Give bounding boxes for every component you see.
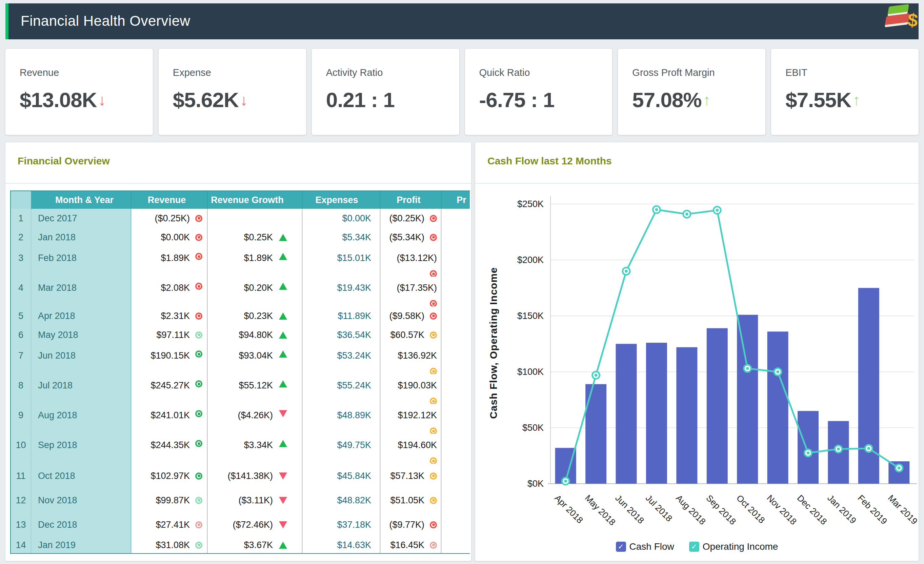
legend-item-operating-income[interactable]: ✓Operating Income [689, 541, 778, 552]
expenses-cell: $48.82K [302, 488, 380, 513]
bar-feb-2019[interactable] [858, 288, 879, 484]
revenue-growth-cell: $3.67K [207, 537, 302, 553]
table-row-oct-2018[interactable]: 11Oct 2018$102.97K($141.38K)$45.84K$57.1… [11, 464, 470, 488]
status-dot-red-icon [195, 234, 202, 241]
table-row-jun-2018[interactable]: 7Jun 2018$190.15K$93.04K$53.24K$136.92K [11, 344, 470, 374]
legend-checkbox-icon[interactable]: ✓ [689, 542, 699, 552]
status-dot-red-icon [430, 300, 437, 306]
financial-overview-title: Financial Overview [5, 142, 471, 183]
line-marker-jun-2018[interactable] [622, 267, 631, 276]
kpi-card-quick-ratio[interactable]: Quick Ratio-6.75 : 1 [465, 49, 612, 135]
growth-up-triangle-icon [279, 253, 287, 260]
table-row-aug-2018[interactable]: 9Aug 2018$241.01K($4.26K)$48.89K$192.12K [11, 404, 470, 434]
revenue-growth-cell: $0.23K [207, 306, 302, 326]
kpi-card-gross-proft-margin[interactable]: Gross Proft Margin57.08%↑ [618, 49, 765, 135]
column-header-profit[interactable]: Profit [380, 191, 441, 209]
expenses-cell: $5.34K [302, 228, 380, 247]
row-number: 2 [11, 228, 31, 247]
table-row-dec-2017[interactable]: 1Dec 2017($0.25K)$0.00K($0.25K) [11, 209, 470, 228]
bar-jun-2018[interactable] [616, 344, 637, 484]
row-number: 14 [11, 537, 31, 553]
table-row-jan-2019[interactable]: 14Jan 2019$31.08K$3.67K$14.63K$16.45K [11, 537, 470, 553]
revenue-value: $190.15K [150, 351, 190, 361]
bar-dec-2018[interactable] [798, 411, 819, 484]
extra-column-cell [441, 209, 470, 228]
kpi-label: Activity Ratio [326, 67, 456, 78]
column-header-pr[interactable]: Pr [441, 191, 470, 209]
line-marker-feb-2019[interactable] [864, 444, 873, 453]
growth-up-triangle-icon [279, 440, 287, 447]
revenue-cell: $2.31K [131, 306, 207, 326]
panel-divider [5, 183, 471, 184]
column-header-expenses[interactable]: Expenses [302, 191, 380, 209]
profit-value: $16.45K [390, 540, 424, 550]
column-header-revenue-growth[interactable]: Revenue Growth [207, 191, 302, 209]
bar-jul-2018[interactable] [646, 343, 667, 484]
table-row-jul-2018[interactable]: 8Jul 2018$245.27K$55.12K$55.24K$190.03K [11, 374, 470, 404]
revenue-cell: $190.15K [131, 344, 207, 374]
bar-nov-2018[interactable] [767, 332, 788, 484]
bar-sep-2018[interactable] [707, 328, 728, 484]
line-marker-jul-2018[interactable] [652, 206, 661, 214]
month-cell: Oct 2018 [31, 464, 131, 488]
expenses-cell: $36.54K [302, 326, 380, 344]
kpi-card-expense[interactable]: Expense$5.62K↓ [159, 49, 306, 135]
revenue-cell: $1.89K [131, 247, 207, 277]
table-row-jan-2018[interactable]: 2Jan 2018$0.00K$0.25K$5.34K($5.34K) [11, 228, 470, 247]
row-number: 11 [11, 464, 31, 488]
legend-item-cash-flow[interactable]: ✓Cash Flow [616, 541, 674, 552]
revenue-growth-cell: ($72.46K) [207, 513, 302, 537]
table-row-mar-2018[interactable]: 4Mar 2018$2.08K$0.20K$19.43K($17.35K) [11, 277, 470, 306]
line-marker-oct-2018[interactable] [743, 364, 752, 373]
bar-oct-2018[interactable] [737, 315, 758, 484]
kpi-label: Quick Ratio [479, 67, 609, 78]
y-tick-label: $50K [522, 423, 544, 433]
revenue-value: $102.97K [150, 471, 190, 481]
expenses-cell: $11.89K [302, 306, 380, 326]
growth-up-triangle-icon [279, 332, 287, 339]
cashflow-title: Cash Flow last 12 Months [475, 142, 919, 183]
revenue-value: $245.27K [150, 380, 190, 391]
extra-column-cell [441, 326, 470, 344]
kpi-card-activity-ratio[interactable]: Activity Ratio0.21 : 1 [312, 49, 459, 135]
kpi-label: Revenue [20, 67, 150, 78]
page-title: Financial Health Overview [9, 3, 919, 39]
line-marker-dec-2018[interactable] [804, 448, 813, 457]
kpi-card-revenue[interactable]: Revenue$13.08K↓ [5, 49, 153, 135]
month-cell: Feb 2018 [31, 247, 131, 277]
table-row-dec-2018[interactable]: 13Dec 2018$27.41K($72.46K)$37.18K($9.77K… [11, 513, 470, 537]
line-marker-may-2018[interactable] [591, 371, 600, 380]
y-tick-label: $200K [517, 255, 544, 265]
column-header-month-year[interactable]: Month & Year [31, 191, 131, 209]
growth-value: $55.12K [238, 380, 273, 391]
profit-value: ($5.34K) [389, 232, 424, 243]
line-marker-jan-2019[interactable] [834, 445, 843, 453]
bar-aug-2018[interactable] [676, 347, 697, 484]
kpi-card-ebit[interactable]: EBIT$7.55K↑ [771, 49, 919, 135]
table-row-apr-2018[interactable]: 5Apr 2018$2.31K$0.23K$11.89K($9.58K) [11, 306, 470, 326]
status-dot-red-icon [430, 234, 437, 241]
line-marker-aug-2018[interactable] [682, 210, 691, 219]
legend-checkbox-icon[interactable]: ✓ [616, 542, 626, 552]
books-dollar-logo-icon: $ [883, 4, 916, 32]
kpi-value: 0.21 : 1 [326, 88, 456, 112]
financial-overview-panel: Financial Overview Month & YearRevenueRe… [5, 142, 471, 561]
kpi-value: 57.08%↑ [632, 88, 762, 112]
line-marker-apr-2018[interactable] [561, 477, 570, 485]
row-number: 12 [11, 488, 31, 513]
expenses-cell: $19.43K [302, 277, 380, 306]
table-row-feb-2018[interactable]: 3Feb 2018$1.89K$1.89K$15.01K($13.12K) [11, 247, 470, 277]
x-tick-label: Nov 2018 [765, 493, 799, 527]
revenue-value: $0.00K [160, 232, 190, 243]
app-header: Financial Health Overview [5, 3, 919, 39]
line-marker-sep-2018[interactable] [713, 206, 722, 214]
line-marker-nov-2018[interactable] [774, 368, 782, 376]
revenue-value: $2.08K [160, 283, 190, 293]
line-marker-mar-2019[interactable] [894, 464, 903, 472]
table-row-sep-2018[interactable]: 10Sep 2018$244.35K$3.34K$49.75K$194.60K [11, 434, 470, 464]
expenses-cell: $49.75K [302, 434, 380, 464]
growth-down-triangle-icon [279, 472, 287, 480]
column-header-revenue[interactable]: Revenue [131, 191, 207, 209]
table-row-nov-2018[interactable]: 12Nov 2018$99.87K($3.11K)$48.82K$51.05K [11, 488, 470, 513]
table-row-may-2018[interactable]: 6May 2018$97.11K$94.80K$36.54K$60.57K [11, 326, 470, 344]
